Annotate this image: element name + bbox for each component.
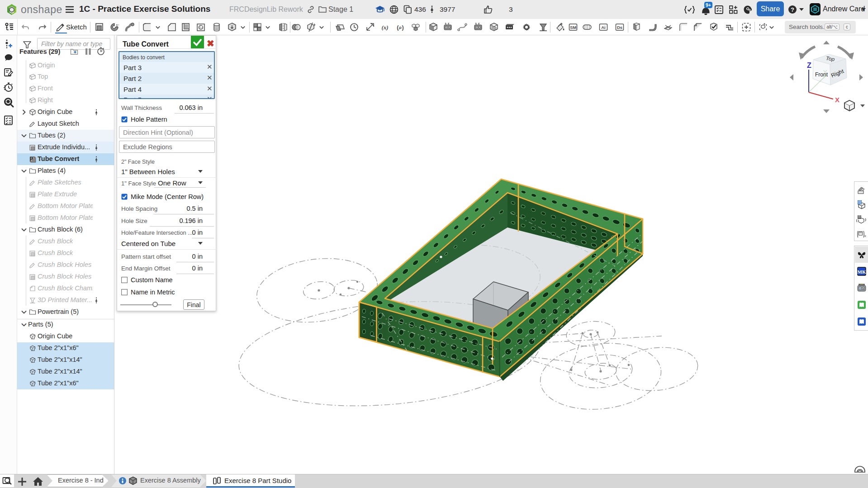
svg-text:(⌕): (⌕)	[397, 24, 403, 31]
svg-text:SM: SM	[570, 25, 576, 30]
svg-text:Z: Z	[807, 62, 811, 69]
svg-text:?: ?	[791, 6, 794, 13]
svg-text:Ai: Ai	[601, 25, 606, 30]
svg-text:X: X	[835, 96, 840, 104]
svg-text:Y: Y	[823, 69, 827, 76]
svg-text:Top: Top	[825, 55, 835, 63]
svg-text:####: ####	[860, 284, 863, 285]
svg-text:x): x)	[864, 233, 866, 238]
svg-text:(x): (x)	[381, 24, 388, 31]
svg-text:MK: MK	[858, 269, 866, 275]
svg-text:Ds: Ds	[617, 25, 622, 30]
